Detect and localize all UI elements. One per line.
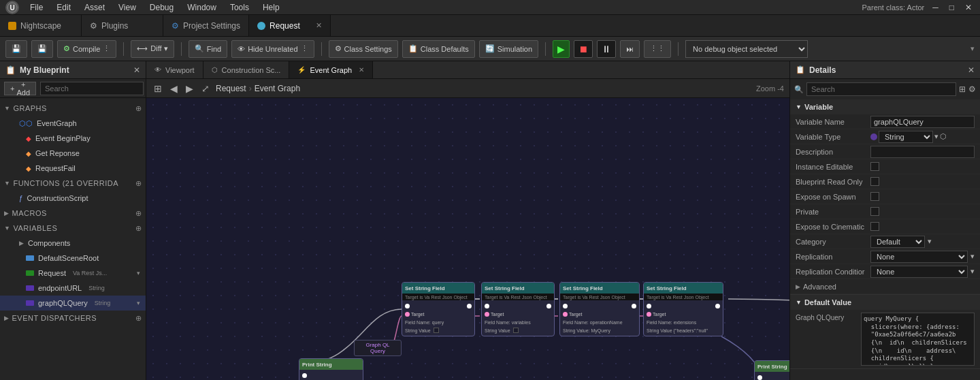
endpoint-url-var-item[interactable]: endpointURL String bbox=[0, 281, 146, 296]
menu-help[interactable]: Help bbox=[260, 1, 282, 14]
more-controls-button[interactable]: ⋮⋮ bbox=[644, 40, 671, 58]
blueprint-search-input[interactable] bbox=[40, 82, 144, 95]
graphs-section-header[interactable]: ▼ GRAPHS ⊕ bbox=[0, 101, 146, 116]
expose-cinematic-checkbox[interactable] bbox=[870, 222, 879, 231]
pause-button[interactable]: ⏸ bbox=[597, 40, 616, 58]
default-value-textarea[interactable] bbox=[861, 313, 975, 366]
set-string-4-header: Set String Field bbox=[644, 283, 723, 294]
window-maximize[interactable]: □ bbox=[947, 1, 957, 14]
menu-debug[interactable]: Debug bbox=[147, 1, 176, 14]
set-string-field-4-node[interactable]: Set String Field Target is Va Rest Json … bbox=[643, 282, 723, 336]
construction-script-item[interactable]: ƒ ConstructionScript bbox=[0, 191, 146, 206]
diff-button[interactable]: ⟷ Diff ▾ bbox=[131, 40, 174, 58]
construction-tab[interactable]: ⬡ Construction Sc... bbox=[203, 61, 290, 78]
viewport-tab[interactable]: 👁 Viewport bbox=[146, 61, 203, 78]
debug-dropdown-arrow: ▾ bbox=[970, 44, 975, 53]
find-button[interactable]: 🔍 Find bbox=[189, 40, 227, 58]
menu-tools[interactable]: Tools bbox=[227, 1, 252, 14]
variables-section-header[interactable]: ▼ VARIABLES ⊕ bbox=[0, 221, 146, 236]
breadcrumb-request[interactable]: Request bbox=[216, 84, 246, 93]
variable-section-header[interactable]: ▼ Variable bbox=[790, 99, 980, 114]
request-var-item[interactable]: Request Va Rest Js... ▾ bbox=[0, 266, 146, 281]
class-settings-button[interactable]: ⚙ Class Settings bbox=[329, 40, 398, 58]
event-dispatchers-add-icon[interactable]: ⊕ bbox=[135, 314, 142, 323]
menu-asset[interactable]: Asset bbox=[82, 1, 108, 14]
nav-back-icon[interactable]: ◀ bbox=[168, 83, 180, 94]
debug-object-select[interactable]: No debug object selected bbox=[685, 40, 808, 58]
print-string-left-node[interactable]: Print String In String Print to Screen ✓… bbox=[299, 358, 363, 380]
default-value-section-header[interactable]: ▼ Default Value bbox=[790, 295, 980, 310]
menu-view[interactable]: View bbox=[116, 1, 139, 14]
play-button[interactable]: ▶ bbox=[553, 40, 570, 58]
category-select[interactable]: Default bbox=[870, 236, 925, 248]
tab-plugins[interactable]: ⚙ Plugins bbox=[82, 15, 163, 36]
description-input[interactable] bbox=[870, 146, 975, 158]
tab-request[interactable]: Request ✕ bbox=[249, 15, 331, 36]
graphs-add-icon[interactable]: ⊕ bbox=[135, 104, 142, 113]
macros-section-header[interactable]: ▶ MACROS ⊕ bbox=[0, 206, 146, 221]
breadcrumb-event-graph[interactable]: Event Graph bbox=[255, 84, 300, 93]
request-tab-close[interactable]: ✕ bbox=[316, 21, 322, 30]
get-response-item[interactable]: ◆ Get Reponse bbox=[0, 146, 146, 161]
right-table-view-icon[interactable]: ⊞ bbox=[959, 84, 966, 94]
simulation-button[interactable]: 🔄 Simulation bbox=[479, 40, 538, 58]
variable-name-input[interactable] bbox=[870, 116, 975, 128]
set-string-field-3-node[interactable]: Set String Field Target is Va Rest Json … bbox=[559, 282, 640, 336]
request-fail-item[interactable]: ◆ RequestFail bbox=[0, 161, 146, 176]
rep-condition-dropdown-icon[interactable]: ▾ bbox=[970, 267, 975, 276]
functions-add-icon[interactable]: ⊕ bbox=[135, 179, 142, 188]
menu-edit[interactable]: Edit bbox=[54, 1, 74, 14]
private-checkbox[interactable] bbox=[870, 207, 879, 216]
right-panel-close[interactable]: ✕ bbox=[968, 65, 975, 75]
right-search-input[interactable] bbox=[806, 82, 956, 96]
event-dispatchers-section-header[interactable]: ▶ EVENT DISPATCHERS ⊕ bbox=[0, 311, 146, 326]
menu-window[interactable]: Window bbox=[184, 1, 219, 14]
expose-spawn-checkbox[interactable] bbox=[870, 192, 879, 201]
type-array-icon[interactable]: ⬡ bbox=[940, 132, 947, 141]
grid-view-icon[interactable]: ⊞ bbox=[152, 83, 164, 94]
event-beginplay-item[interactable]: ◆ Event BeginPlay bbox=[0, 131, 146, 146]
category-dropdown-icon[interactable]: ▾ bbox=[928, 237, 932, 246]
advanced-row[interactable]: ▶ Advanced bbox=[790, 279, 980, 294]
compile-button[interactable]: ⚙ Compile ⋮ bbox=[57, 40, 116, 58]
variable-type-select[interactable]: String bbox=[879, 131, 933, 143]
save-button[interactable]: 💾 bbox=[5, 40, 27, 58]
window-close[interactable]: ✕ bbox=[962, 1, 975, 14]
graphql-query-var-item[interactable]: graphQLQuery String ▾ bbox=[0, 296, 146, 311]
window-minimize[interactable]: ─ bbox=[930, 1, 941, 14]
components-section-item[interactable]: ▶ Components bbox=[0, 236, 146, 251]
default-scene-root-item[interactable]: DefaultSceneRoot bbox=[0, 251, 146, 266]
variables-add-icon[interactable]: ⊕ bbox=[135, 224, 142, 233]
tab-project-settings[interactable]: ⚙ Project Settings bbox=[163, 15, 249, 36]
functions-section-header[interactable]: ▼ FUNCTIONS (21 OVERRIDA ⊕ bbox=[0, 176, 146, 191]
rep-condition-select[interactable]: None bbox=[870, 266, 968, 278]
event-graph-item[interactable]: ⬡⬡ EventGraph bbox=[0, 116, 146, 131]
stop-button[interactable]: ⏹ bbox=[574, 40, 593, 58]
graph-canvas[interactable]: Print String In String Print to Screen ✓… bbox=[146, 98, 789, 380]
instance-editable-checkbox[interactable] bbox=[870, 162, 879, 171]
compile-icon: ⚙ bbox=[63, 44, 70, 53]
description-value bbox=[870, 146, 975, 158]
set-string-field-2-node[interactable]: Set String Field Target is Va Rest Json … bbox=[481, 282, 555, 336]
nav-forward-icon[interactable]: ▶ bbox=[184, 83, 195, 94]
graph-ql-query-node[interactable]: Graph QL Query bbox=[354, 340, 402, 356]
blueprint-read-only-checkbox[interactable] bbox=[870, 177, 879, 186]
left-panel-close[interactable]: ✕ bbox=[133, 65, 140, 75]
replication-dropdown-icon[interactable]: ▾ bbox=[970, 252, 975, 261]
menu-file[interactable]: File bbox=[27, 1, 46, 14]
right-settings-icon[interactable]: ⚙ bbox=[968, 84, 976, 94]
expand-icon[interactable]: ⤢ bbox=[199, 83, 212, 94]
save2-button[interactable]: 💾 bbox=[31, 40, 53, 58]
add-button[interactable]: + + Add bbox=[4, 82, 36, 95]
event-graph-tab[interactable]: ⚡ Event Graph ✕ bbox=[289, 61, 373, 78]
print-string-right-node[interactable]: Print String In String Print to Screen ✓… bbox=[754, 360, 789, 380]
hide-unrelated-button[interactable]: 👁 Hide Unrelated ⋮ bbox=[231, 40, 314, 58]
set-string-field-1-node[interactable]: Set String Field Target is Va Rest Json … bbox=[402, 282, 475, 336]
replication-select[interactable]: None bbox=[870, 251, 968, 263]
event-graph-tab-close[interactable]: ✕ bbox=[359, 66, 364, 74]
tab-nightscape[interactable]: Nightscape bbox=[0, 15, 82, 36]
skip-button[interactable]: ⏭ bbox=[620, 40, 640, 58]
class-defaults-button[interactable]: 📋 Class Defaults bbox=[402, 40, 475, 58]
type-dropdown-icon[interactable]: ▾ bbox=[934, 132, 938, 141]
macros-add-icon[interactable]: ⊕ bbox=[135, 209, 142, 218]
